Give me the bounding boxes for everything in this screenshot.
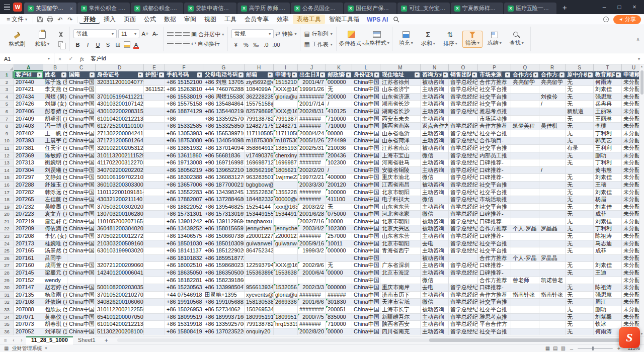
cell[interactable] (144, 314, 165, 321)
cell[interactable] (539, 137, 566, 145)
cell[interactable] (144, 233, 165, 240)
cell[interactable]: 个人-罗晶 (511, 225, 539, 233)
zoom-slider[interactable] (578, 348, 613, 349)
cell[interactable]: 留学总经纪 (449, 79, 478, 86)
cell[interactable]: 370105200210270824 (96, 292, 144, 299)
row-header[interactable]: 24 (0, 240, 14, 248)
cell[interactable]: +44 07546918 (165, 292, 203, 299)
cell[interactable]: 无 (566, 182, 594, 189)
cell[interactable]: 去电 (421, 284, 449, 292)
cell[interactable] (144, 211, 165, 218)
cell[interactable]: 陕西省西安 (380, 321, 421, 328)
cell[interactable]: 无 (566, 314, 594, 321)
cell[interactable]: 2005/1/26 (298, 137, 326, 145)
cell[interactable]: ####### (298, 189, 326, 197)
cell[interactable]: China中国 (352, 130, 380, 138)
align-center-icon[interactable] (175, 42, 182, 46)
header-cell[interactable]: 身份证号▼ (96, 71, 144, 79)
filter-dropdown-icon[interactable]: ▼ (616, 72, 621, 77)
cell[interactable]: 合作方推荐 (478, 123, 511, 130)
fill-color-button[interactable] (124, 41, 130, 48)
menu-tab-会员专享[interactable]: 会员专享 (240, 15, 273, 24)
cell[interactable]: 刘紫馨 (594, 314, 622, 321)
cell[interactable]: 207434 (14, 94, 43, 101)
filter-dropdown-icon[interactable]: ▼ (268, 72, 273, 77)
cell[interactable] (566, 167, 594, 174)
cell[interactable]: 留学总经纪 (449, 262, 478, 270)
cell[interactable]: 留学总经纪 (449, 189, 478, 197)
cell[interactable]: 周江 (594, 299, 622, 306)
cell[interactable]: China中国 (352, 284, 380, 292)
cell[interactable]: 153449155 (245, 211, 274, 218)
vertical-scrollbar[interactable]: ▴ ▾ (639, 64, 644, 336)
cell[interactable]: China中国 (67, 328, 96, 336)
cell[interactable]: 117110505 (245, 130, 274, 138)
cell[interactable]: onquiry20 (245, 328, 274, 336)
row-header[interactable]: 1 (0, 71, 14, 79)
column-header-C[interactable]: C (67, 64, 96, 71)
cell[interactable]: 825798695 (245, 108, 274, 116)
align-right-icon[interactable] (183, 42, 190, 46)
sheet-tab[interactable]: Sheet1 (73, 336, 101, 344)
cell[interactable]: +86 15152100 (165, 79, 203, 86)
cell[interactable]: 筑梦美程 (511, 123, 539, 130)
vertical-scroll-thumb[interactable] (640, 70, 643, 95)
cell[interactable]: 陈敏婷 (女 (43, 152, 67, 160)
cell[interactable]: +86 1370140948 (203, 145, 245, 152)
cell[interactable]: 社交平台推 (478, 145, 511, 152)
cell[interactable]: 合作方推荐 (478, 255, 511, 262)
cell[interactable]: 济南市历下 (380, 292, 421, 299)
cell[interactable]: 10000 (326, 218, 352, 226)
cell[interactable]: +86 15538019 (165, 94, 203, 101)
cell[interactable]: 口碑推荐- (478, 233, 511, 240)
cell[interactable]: +86 周煜155380 (203, 94, 245, 101)
cell[interactable]: 留学总经纪 (449, 321, 478, 328)
cell[interactable]: / (326, 101, 352, 108)
cell[interactable]: 无 (566, 94, 594, 101)
cell[interactable]: 207073 (14, 321, 43, 328)
cell[interactable]: 122593794 (245, 262, 274, 270)
cell[interactable]: China中国 (352, 79, 380, 86)
cell[interactable] (539, 189, 566, 197)
column-header-F[interactable]: F (165, 64, 203, 71)
cell[interactable]: +86 19713008 (165, 159, 203, 167)
cell[interactable] (539, 108, 566, 116)
cell[interactable]: +86 1343982452 (203, 189, 245, 197)
cell[interactable]: 207223 (14, 211, 43, 218)
redo-icon[interactable]: ↷ (65, 16, 75, 23)
row-header[interactable]: 12 (0, 152, 14, 160)
cell[interactable]: 135522836 (274, 189, 298, 197)
cell[interactable]: 平台合作方 (478, 321, 511, 328)
menu-tab-公式[interactable]: 公式 (140, 15, 160, 24)
ribbon-fill-button[interactable]: 填充▾ (396, 30, 416, 48)
cell[interactable]: 留学总经纪 (449, 306, 478, 314)
cell[interactable]: 207161 (14, 255, 43, 262)
convert-button[interactable]: ⇄ 转换 ▾ (275, 30, 296, 38)
cell[interactable]: 上海市宝山 (380, 152, 421, 160)
cell[interactable] (539, 211, 566, 218)
cell[interactable]: 袁文卉 (女 (43, 211, 67, 218)
cell[interactable]: 指南针张 (511, 292, 539, 299)
header-cell[interactable]: 身份证地▼ (352, 71, 380, 79)
cell[interactable] (144, 123, 165, 130)
row-header[interactable]: 22 (0, 225, 14, 233)
cell[interactable]: 留学总经纪 (449, 159, 478, 167)
menu-tab-视图[interactable]: 视图 (200, 15, 220, 24)
cell[interactable]: 口碑推荐- (478, 270, 511, 277)
cell[interactable]: 610104200212213421 (96, 116, 144, 123)
cell[interactable]: China中国 (352, 292, 380, 299)
cell[interactable]: 2000/7/5 (298, 314, 326, 321)
cell[interactable]: 包欣辰 (女 (43, 306, 67, 314)
align-middle-icon[interactable] (175, 32, 182, 37)
cell[interactable]: gloria@uk (274, 292, 298, 299)
cell[interactable]: 169698712 (245, 159, 274, 167)
maximize-button[interactable]: □ (613, 4, 626, 11)
cell[interactable]: China中国 (352, 196, 380, 204)
cell[interactable]: 有录 (566, 145, 594, 152)
column-header-D[interactable]: D (96, 64, 144, 71)
menu-tab-审阅[interactable]: 审阅 (180, 15, 200, 24)
cell[interactable]: 留学总经纪 (449, 218, 478, 226)
cell[interactable] (511, 306, 539, 314)
cell[interactable]: China中国 (67, 225, 96, 233)
cell[interactable]: +86 18595187726 (203, 255, 245, 262)
